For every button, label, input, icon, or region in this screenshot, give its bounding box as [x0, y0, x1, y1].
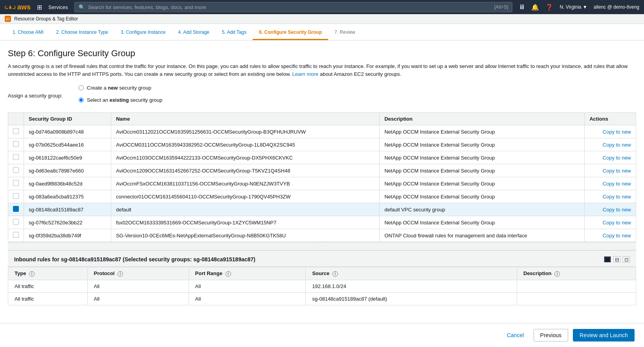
row-checkbox[interactable]	[13, 219, 19, 225]
row-checkbox[interactable]	[13, 141, 19, 147]
type-info-icon[interactable]: i	[29, 271, 35, 277]
step-5[interactable]: 5. Add Tags	[216, 24, 253, 40]
row-copy-action[interactable]: Copy to new	[585, 203, 636, 216]
row-checkbox[interactable]	[13, 167, 19, 173]
row-description: NetApp OCCM Instance External Security G…	[380, 151, 585, 164]
col-source: Source i	[306, 267, 517, 280]
table-row[interactable]: sg-07b0625cd544aee16 AviOCCM0311OCCM1635…	[8, 138, 636, 151]
row-sg-id: sg-0618122caef6c50e9	[24, 151, 111, 164]
step-4[interactable]: 4. Add Storage	[172, 24, 215, 40]
view-icon-1[interactable]: ▦	[604, 256, 611, 263]
row-sg-id: sg-0aed9f8836b48c52d	[24, 177, 111, 190]
search-input[interactable]	[88, 4, 491, 10]
row-checkbox[interactable]	[13, 154, 19, 160]
radio-create-new[interactable]: Create a new security group	[79, 85, 162, 91]
row-checkbox-cell[interactable]	[8, 151, 24, 164]
row-name: connector01OCCM1631455604110-OCCMSecurit…	[111, 190, 380, 203]
row-copy-action[interactable]: Copy to new	[585, 164, 636, 177]
inbound-rules-section: Inbound rules for sg-08148ca915189ac87 (…	[8, 250, 636, 305]
radio-select-existing[interactable]: Select an existing security group	[79, 97, 162, 103]
row-sg-id: sg-07f6c527620e3bb22	[24, 216, 111, 229]
row-copy-action[interactable]: Copy to new	[585, 125, 636, 138]
inbound-title: Inbound rules for sg-08148ca915189ac87 (…	[14, 256, 255, 263]
row-copy-action[interactable]: Copy to new	[585, 177, 636, 190]
step-6[interactable]: 6. Configure Security Group	[253, 24, 328, 40]
col-description: Description	[380, 113, 585, 125]
sg-table: Security Group ID Name Description Actio…	[8, 112, 636, 242]
rule-port-range: All	[189, 292, 306, 305]
view-icon-2[interactable]: ⊟	[613, 256, 620, 263]
table-row[interactable]: sg-0d63ea8c78987e660 AviOccm1209OCCM1631…	[8, 164, 636, 177]
table-row[interactable]: sg-0aed9f8836b48c52d AviOccmFSxOCCM16381…	[8, 177, 636, 190]
col-checkbox	[8, 113, 24, 125]
desc-info-icon[interactable]: i	[554, 271, 560, 277]
step-2[interactable]: 2. Choose Instance Type	[50, 24, 115, 40]
table-row[interactable]: sg-0d746a0908b897c48 AviOccm03112021OCCM…	[8, 125, 636, 138]
row-checkbox-cell[interactable]	[8, 125, 24, 138]
services-menu[interactable]: Services	[48, 4, 68, 10]
row-copy-action[interactable]: Copy to new	[585, 190, 636, 203]
row-checkbox-cell[interactable]	[8, 177, 24, 190]
resize-divider[interactable]: · · ·	[8, 242, 636, 250]
row-checkbox-cell[interactable]	[8, 164, 24, 177]
row-description: ONTAP Cloud firewall rules for managemen…	[380, 229, 585, 242]
row-copy-action[interactable]: Copy to new	[585, 151, 636, 164]
row-checkbox-cell[interactable]	[8, 138, 24, 151]
col-name: Name	[111, 113, 380, 125]
protocol-info-icon[interactable]: i	[117, 271, 123, 277]
row-checkbox[interactable]	[13, 180, 19, 186]
learn-more-link[interactable]: Learn more	[292, 71, 318, 77]
rule-source: 192.168.1.0/24	[306, 280, 517, 292]
sg-table-wrapper: Security Group ID Name Description Actio…	[8, 112, 636, 242]
port-range-info-icon[interactable]: i	[226, 271, 231, 277]
nav-right: 🖥 🔔 ❓ N. Virginia ▼ allenc @ demo-tlveng	[519, 4, 639, 11]
table-row[interactable]: sg-083a6ea5cba912375 connector01OCCM1631…	[8, 190, 636, 203]
col-port-range: Port Range i	[189, 267, 306, 280]
row-name: default	[111, 203, 380, 216]
help-icon[interactable]: ❓	[545, 4, 553, 11]
monitor-icon[interactable]: 🖥	[519, 4, 525, 11]
view-icons: ▦ ⊟ ⊡	[604, 256, 630, 263]
row-sg-id: sg-0d746a0908b897c48	[24, 125, 111, 138]
table-row[interactable]: sg-07f6c527620e3bb22 fsx02OCCM1633339531…	[8, 216, 636, 229]
row-description: NetApp OCCM Instance External Security G…	[380, 138, 585, 151]
row-checkbox-cell[interactable]	[8, 190, 24, 203]
row-copy-action[interactable]: Copy to new	[585, 216, 636, 229]
inbound-rule-row: All traffic All All sg-08148ca915189ac87…	[8, 292, 636, 305]
search-shortcut: [Alt+S]	[494, 4, 508, 10]
region-selector[interactable]: N. Virginia ▼	[560, 4, 587, 10]
row-checkbox-cell[interactable]	[8, 229, 24, 242]
rule-port-range: All	[189, 280, 306, 292]
user-menu[interactable]: allenc @ demo-tlveng	[594, 4, 639, 10]
page-description: A security group is a set of firewall ru…	[8, 62, 636, 78]
table-row[interactable]: sg-0f359d2ba38db749f SG-Version10-0CEc6M…	[8, 229, 636, 242]
rule-description	[517, 292, 636, 305]
top-navigation: aws ⊞ Services 🔍 [Alt+S] 🖥 🔔 ❓ N. Virgin…	[0, 0, 644, 14]
row-checkbox[interactable]	[13, 232, 19, 238]
row-name: SG-Version10-0CEc6MEs-NetAppExternalSecu…	[111, 229, 380, 242]
row-checkbox-cell[interactable]	[8, 216, 24, 229]
col-protocol: Protocol i	[87, 267, 189, 280]
table-row[interactable]: sg-0618122caef6c50e9 AviOccm1103OCCM1635…	[8, 151, 636, 164]
view-icon-3[interactable]: ⊡	[623, 256, 630, 263]
rule-type: All traffic	[8, 280, 88, 292]
row-sg-id: sg-083a6ea5cba912375	[24, 190, 111, 203]
bell-icon[interactable]: 🔔	[531, 4, 539, 11]
search-bar[interactable]: 🔍 [Alt+S]	[74, 2, 513, 12]
row-copy-action[interactable]: Copy to new	[585, 229, 636, 242]
row-checkbox[interactable]	[13, 128, 19, 134]
step-1[interactable]: 1. Choose AMI	[6, 24, 50, 40]
step-7[interactable]: 7. Review	[328, 24, 361, 40]
row-checkbox[interactable]	[13, 206, 19, 212]
step-3[interactable]: 3. Configure Instance	[114, 24, 172, 40]
assign-sg-group: Assign a security group: Create a new se…	[8, 85, 636, 106]
row-copy-action[interactable]: Copy to new	[585, 138, 636, 151]
radio-create-new-input[interactable]	[79, 85, 84, 90]
source-info-icon[interactable]: i	[332, 271, 338, 277]
radio-existing-input[interactable]	[79, 97, 84, 103]
inbound-rule-row: All traffic All All 192.168.1.0/24	[8, 280, 636, 292]
aws-logo[interactable]: aws	[5, 3, 31, 11]
row-checkbox-cell[interactable]	[8, 203, 24, 216]
row-checkbox[interactable]	[13, 193, 19, 199]
table-row[interactable]: sg-08148ca915189ac87 default default VPC…	[8, 203, 636, 216]
